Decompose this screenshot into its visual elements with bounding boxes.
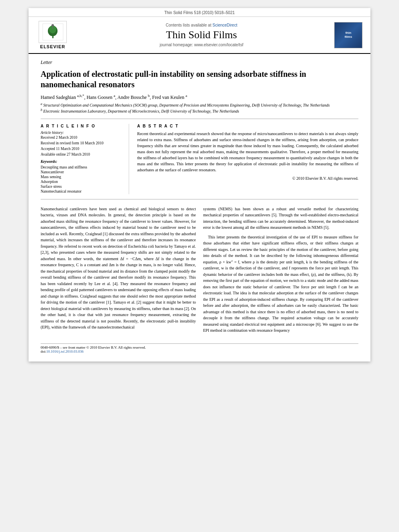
keyword-2: Nanocantilever: [41, 170, 123, 174]
article-title: Application of electrostatic pull-in ins…: [41, 69, 358, 90]
keyword-6: Nanomechanical resonator: [41, 189, 123, 193]
affiliation-a: a Structural Optimization and Computatio…: [41, 102, 358, 107]
authors-text: Hamed Sadeghian a,b,*, Hans Goosen a, An…: [41, 94, 187, 100]
accepted-date: Accepted 11 March 2010: [41, 147, 123, 151]
svg-point-4: [51, 24, 54, 27]
copyright-line: © 2010 Elsevier B.V. All rights reserved…: [137, 176, 358, 181]
elsevier-logo: ELSEVIER: [37, 21, 69, 49]
abstract-text: Recent theoretical and experimental rese…: [137, 131, 358, 173]
journal-header: ELSEVIER Contents lists available at Sci…: [29, 17, 370, 54]
abstract-title: A B S T R A C T: [137, 124, 358, 128]
main-text-section: Nanomechanical cantilevers have been use…: [41, 206, 358, 337]
sciencedirect-link[interactable]: ScienceDirect: [212, 23, 237, 27]
main-para-2: systems (NEMS) has been shown as a robus…: [203, 206, 358, 231]
keyword-5: Surface stress: [41, 185, 123, 189]
footer-doi: doi:10.1016/j.tsf.2010.03.036: [41, 349, 358, 353]
page: Thin Solid Films 518 (2010) 5018–5021 E: [29, 8, 370, 362]
journal-center: Contents lists available at ScienceDirec…: [69, 23, 334, 47]
revised-date: Received in revised form 10 March 2010: [41, 141, 123, 145]
article-info-col: A R T I C L E I N F O Article history: R…: [41, 124, 129, 194]
journal-thumbnail: thinfilms: [334, 22, 362, 48]
citation-bar: Thin Solid Films 518 (2010) 5018–5021: [29, 8, 370, 17]
footer-license-text: 0040-6090/$ – see front matter © 2010 El…: [41, 345, 358, 349]
authors-line: Hamed Sadeghian a,b,*, Hans Goosen a, An…: [41, 94, 358, 101]
keywords-label: Keywords:: [41, 160, 123, 164]
section-divider-2: [41, 199, 358, 199]
article-info-section: A R T I C L E I N F O Article history: R…: [41, 124, 358, 194]
two-col-text: Nanomechanical cantilevers have been use…: [41, 206, 358, 337]
keyword-4: Adsorption: [41, 180, 123, 184]
keyword-1: Decoupling mass and stiffness: [41, 165, 123, 169]
article-body: Letter Application of electrostatic pull…: [29, 60, 370, 362]
article-info-title: A R T I C L E I N F O: [41, 124, 123, 128]
available-date: Available online 27 March 2010: [41, 152, 123, 156]
footer-license: 0040-6090/$ – see front matter © 2010 El…: [41, 343, 358, 353]
text-col-right: systems (NEMS) has been shown as a robus…: [203, 206, 358, 337]
abstract-col: A B S T R A C T Recent theoretical and e…: [137, 124, 358, 194]
doi-link[interactable]: 10.1016/j.tsf.2010.03.036: [46, 349, 84, 353]
keyword-3: Mass sensing: [41, 175, 123, 179]
citation-text: Thin Solid Films 518 (2010) 5018–5021: [164, 10, 234, 15]
elsevier-logo-box: [39, 21, 67, 43]
article-type-label: Letter: [41, 60, 358, 66]
thumb-title: thinfilms: [345, 31, 352, 39]
text-col-left: Nanomechanical cantilevers have been use…: [41, 206, 196, 337]
history-label: Article history:: [41, 131, 123, 135]
affiliation-b: b Electronic Instrumentation Laboratory,…: [41, 108, 358, 113]
section-divider-1: [41, 119, 358, 119]
main-para-1: Nanomechanical cantilevers have been use…: [41, 206, 196, 331]
elsevier-brand-name: ELSEVIER: [40, 44, 65, 49]
contents-line: Contents lists available at ScienceDirec…: [69, 23, 334, 27]
journal-url: journal homepage: www.elsevier.com/locat…: [69, 43, 334, 47]
received-date: Received 2 March 2010: [41, 136, 123, 140]
main-para-3: This letter presents the theoretical inv…: [203, 234, 358, 334]
journal-name: Thin Solid Films: [69, 29, 334, 41]
